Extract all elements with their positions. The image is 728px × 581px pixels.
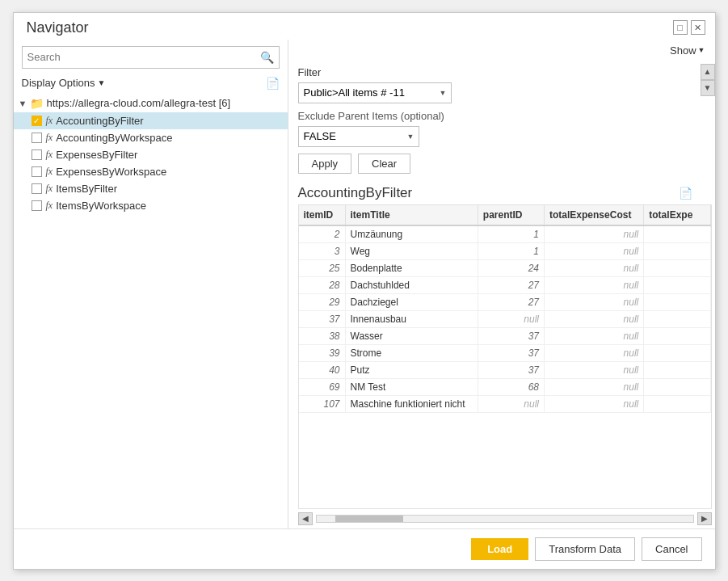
hscroll-track[interactable] xyxy=(316,515,694,523)
cell-totalexpe xyxy=(644,276,710,293)
search-input[interactable] xyxy=(23,48,256,66)
preview-header: AccountingByFilter 📄 xyxy=(288,180,715,204)
cell-parentid: null xyxy=(478,395,544,412)
window-controls: □ ✕ xyxy=(673,20,705,35)
root-toggle-icon: ▼ xyxy=(19,99,30,108)
cell-itemtitle: Dachstuhlded xyxy=(345,276,478,293)
exclude-label: Exclude Parent Items (optional) xyxy=(298,110,692,122)
data-table: itemID itemTitle parentID totalExpenseCo… xyxy=(299,205,711,413)
cell-parentid: 68 xyxy=(478,378,544,395)
tree-checkbox[interactable] xyxy=(32,166,42,177)
cell-parentid: 27 xyxy=(478,276,544,293)
tree-checkbox[interactable] xyxy=(32,183,42,194)
tree-checkbox[interactable] xyxy=(32,200,42,211)
col-header-totalexpensecost: totalExpenseCost xyxy=(545,205,644,225)
close-button[interactable]: ✕ xyxy=(691,20,705,35)
tree-node-accountingbyfilter[interactable]: ✓ fx AccountingByFilter xyxy=(14,112,288,129)
tree-node-itemsbyfilter[interactable]: fx ItemsByFilter xyxy=(14,180,288,197)
cell-itemtitle: Strome xyxy=(345,344,478,361)
tree-node-itemsbyworkspace[interactable]: fx ItemsByWorkspace xyxy=(14,197,288,214)
display-options-button[interactable]: Display Options ▼ xyxy=(22,77,106,89)
cell-totalexpe xyxy=(644,378,710,395)
filter-buttons-row: Apply Clear xyxy=(298,154,692,174)
cell-itemid: 37 xyxy=(299,310,346,327)
cell-totalexpensecost: null xyxy=(545,310,644,327)
tree-root[interactable]: ▼ 📁 https://allegra-cloud.com/allegra-te… xyxy=(14,95,288,112)
tree-node-label: ExpensesByFilter xyxy=(56,149,137,161)
cell-totalexpe xyxy=(644,361,710,378)
cell-parentid: null xyxy=(478,310,544,327)
search-button[interactable]: 🔍 xyxy=(256,47,279,68)
table-row: 40 Putz 37 null xyxy=(299,361,711,378)
cell-totalexpensecost: null xyxy=(545,242,644,259)
horizontal-scrollbar: ◀ ▶ xyxy=(288,509,715,528)
tree-checkbox[interactable]: ✓ xyxy=(32,116,42,126)
cell-parentid: 24 xyxy=(478,259,544,276)
data-table-wrapper[interactable]: itemID itemTitle parentID totalExpenseCo… xyxy=(298,204,712,509)
cell-parentid: 37 xyxy=(478,361,544,378)
table-header-row: itemID itemTitle parentID totalExpenseCo… xyxy=(299,205,711,225)
col-header-totalexpe: totalExpe xyxy=(644,205,710,225)
main-content: 🔍 Display Options ▼ 📄 ▼ 📁 https://allegr… xyxy=(14,40,715,528)
left-panel-icon-button[interactable]: 📄 xyxy=(266,77,280,90)
apply-button[interactable]: Apply xyxy=(298,154,352,174)
cell-totalexpe xyxy=(644,225,710,243)
cell-itemid: 29 xyxy=(299,293,346,310)
cell-totalexpe xyxy=(644,395,710,412)
cell-itemid: 39 xyxy=(299,344,346,361)
tree-node-label: ItemsByFilter xyxy=(56,183,117,195)
clear-button[interactable]: Clear xyxy=(358,154,410,174)
cell-itemtitle: Putz xyxy=(345,361,478,378)
cell-itemid: 107 xyxy=(299,395,346,412)
transform-data-button[interactable]: Transform Data xyxy=(535,537,635,561)
scroll-up-button[interactable]: ▲ xyxy=(701,64,715,80)
show-arrow-icon: ▼ xyxy=(698,46,705,54)
exclude-select[interactable]: FALSE TRUE xyxy=(298,126,419,147)
cell-itemtitle: Bodenplatte xyxy=(345,259,478,276)
filter-select-row: Public>All items # -11 xyxy=(298,82,692,103)
hscroll-right-button[interactable]: ▶ xyxy=(697,512,712,525)
filter-section: Filter Public>All items # -11 Exclude Pa… xyxy=(288,60,715,180)
load-button[interactable]: Load xyxy=(471,538,528,560)
cell-totalexpe xyxy=(644,327,710,344)
scroll-down-button[interactable]: ▼ xyxy=(701,80,715,96)
cell-itemid: 40 xyxy=(299,361,346,378)
tree-area: ▼ 📁 https://allegra-cloud.com/allegra-te… xyxy=(14,95,288,522)
search-bar: 🔍 xyxy=(22,46,280,69)
cell-totalexpensecost: null xyxy=(545,293,644,310)
preview-title: AccountingByFilter xyxy=(298,185,413,201)
tree-node-expensesbyfilter[interactable]: fx ExpensesByFilter xyxy=(14,146,288,163)
minimize-button[interactable]: □ xyxy=(673,20,688,35)
exclude-select-wrapper: FALSE TRUE xyxy=(298,126,419,147)
cancel-button[interactable]: Cancel xyxy=(642,537,701,561)
cell-itemtitle: Maschine funktioniert nicht xyxy=(345,395,478,412)
tree-checkbox[interactable] xyxy=(32,149,42,160)
fx-icon: fx xyxy=(46,166,53,178)
tree-node-expensesbyworkspace[interactable]: fx ExpensesByWorkspace xyxy=(14,163,288,180)
footer: Load Transform Data Cancel xyxy=(14,528,715,569)
cell-parentid: 37 xyxy=(478,344,544,361)
cell-totalexpensecost: null xyxy=(545,276,644,293)
cell-parentid: 1 xyxy=(478,242,544,259)
cell-totalexpe xyxy=(644,344,710,361)
cell-totalexpensecost: null xyxy=(545,327,644,344)
cell-itemtitle: NM Test xyxy=(345,378,478,395)
cell-itemtitle: Innenausbau xyxy=(345,310,478,327)
table-row: 107 Maschine funktioniert nicht null nul… xyxy=(299,395,711,412)
cell-itemid: 25 xyxy=(299,259,346,276)
cell-totalexpensecost: null xyxy=(545,259,644,276)
show-button[interactable]: Show ▼ xyxy=(670,44,705,57)
cell-itemtitle: Umzäunung xyxy=(345,225,478,243)
hscroll-left-button[interactable]: ◀ xyxy=(298,512,313,525)
table-row: 38 Wasser 37 null xyxy=(299,327,711,344)
filter-select[interactable]: Public>All items # -11 xyxy=(298,82,452,103)
navigator-dialog: Navigator □ ✕ 🔍 Display Options ▼ 📄 xyxy=(13,12,716,570)
col-header-itemtitle: itemTitle xyxy=(345,205,478,225)
export-icon[interactable]: 📄 xyxy=(679,187,692,200)
tree-node-label: AccountingByFilter xyxy=(56,115,143,127)
title-bar: Navigator □ ✕ xyxy=(14,13,715,40)
tree-node-accountingbyworkspace[interactable]: fx AccountingByWorkspace xyxy=(14,129,288,146)
cell-parentid: 37 xyxy=(478,327,544,344)
table-row: 2 Umzäunung 1 null xyxy=(299,225,711,243)
tree-checkbox[interactable] xyxy=(32,133,42,143)
